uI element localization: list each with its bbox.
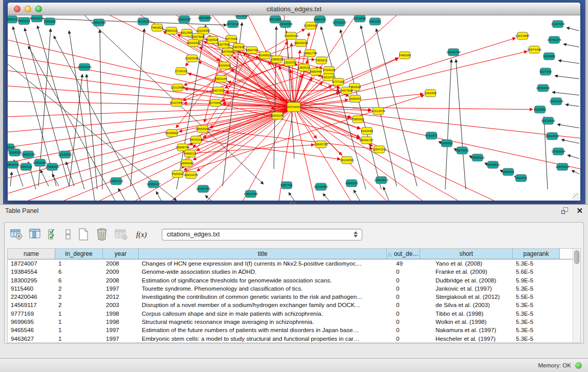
graph-node[interactable]: 17580925 [45, 163, 59, 170]
graph-node[interactable]: 6466160 [314, 16, 326, 23]
cell-pagerank[interactable]: 5.3E-5 [513, 301, 560, 309]
cell-in_degree[interactable]: 2 [55, 301, 103, 309]
graph-node[interactable]: 5505154 [20, 163, 33, 170]
cell-in_degree[interactable]: 1 [55, 335, 103, 342]
graph-node[interactable]: 7691970 [515, 174, 528, 182]
cell-year[interactable]: 2003 [103, 301, 139, 309]
graph-node[interactable]: 16107554 [169, 99, 184, 106]
graph-node[interactable]: 12044521 [486, 161, 500, 168]
cell-pagerank[interactable]: 5.3E-5 [513, 310, 560, 318]
graph-node[interactable]: 11167534 [551, 20, 565, 28]
graph-node[interactable]: 10974343 [527, 46, 541, 53]
graph-node[interactable]: 9327568 [217, 41, 230, 48]
graph-node[interactable]: 8463251 [369, 18, 382, 25]
cell-short[interactable]: Tibbo et al. (1998) [420, 310, 513, 318]
graph-node[interactable]: 12414812 [374, 177, 388, 184]
table-row[interactable]: 911546021997Tourette syndrome. Phenomeno… [8, 285, 573, 293]
graph-node[interactable]: 8427552 [212, 87, 225, 94]
column-header-in_degree[interactable]: in_degree [55, 249, 103, 259]
table-row[interactable]: 969969511998Structural magnetic resonanc… [8, 318, 573, 326]
graph-node[interactable]: 22420046 [185, 55, 199, 62]
graph-node[interactable]: 8912955 [181, 29, 193, 36]
graph-node[interactable]: 8572214 [227, 20, 239, 28]
graph-node[interactable]: 9498212 [184, 150, 197, 157]
graph-node[interactable]: 10547372 [372, 146, 386, 153]
graph-node[interactable]: 8454749 [246, 47, 258, 54]
graph-node[interactable]: 7485083 [399, 52, 411, 59]
cell-name[interactable]: 19384554 [8, 268, 55, 276]
cell-in_degree[interactable]: 1 [55, 259, 103, 268]
cell-short[interactable]: Yano et al. (2008) [420, 259, 513, 268]
graph-node[interactable]: 17957223 [109, 178, 123, 185]
graph-node[interactable]: 9242848 [219, 62, 231, 69]
cell-year[interactable]: 2009 [103, 268, 139, 276]
table-vertical-scrollbar[interactable] [573, 249, 580, 342]
graph-node[interactable]: 16961758 [303, 50, 317, 57]
graph-node[interactable]: 17016504 [551, 148, 565, 155]
cell-in_degree[interactable]: 1 [55, 326, 103, 334]
cell-name[interactable]: 9465546 [8, 326, 55, 334]
cell-pagerank[interactable]: 5.3E-5 [513, 326, 560, 334]
cell-short[interactable]: Dudbridge et al. (2008) [420, 276, 513, 285]
graph-node[interactable]: 9457791 [280, 182, 293, 189]
network-view-window[interactable]: citations_edges.txt 10555721899525220890… [7, 2, 581, 201]
hub-node[interactable]: 18724007 [287, 102, 301, 112]
cell-out_de[interactable]: 0 [387, 318, 420, 326]
graph-node[interactable]: 2803144 [215, 75, 228, 82]
cell-name[interactable]: 14569117 [8, 301, 55, 309]
graph-node[interactable]: 7585083 [352, 116, 364, 123]
graph-node[interactable]: 13845763 [314, 141, 328, 148]
table-row[interactable]: 2242004622012Investigating the contribut… [8, 293, 573, 301]
graph-node[interactable]: 15276022 [234, 15, 249, 19]
network-canvas[interactable]: 1055572189952522089021475609052089140676… [8, 15, 580, 201]
graph-node[interactable]: 15716485 [314, 183, 328, 190]
cell-year[interactable]: 2012 [103, 293, 139, 301]
column-header-out_de[interactable]: △out_de… [387, 249, 420, 259]
cell-out_de[interactable]: 0 [387, 285, 420, 293]
table-row[interactable]: 1872400712008Changes of HCN gene express… [8, 259, 573, 268]
cell-short[interactable]: de Silva et al. (2003) [420, 301, 513, 309]
cell-out_de[interactable]: 0 [387, 276, 420, 285]
graph-node[interactable]: 16046767 [359, 137, 374, 144]
graph-node[interactable]: 16543362 [186, 39, 201, 47]
column-header-year[interactable]: year [103, 249, 139, 259]
graph-node[interactable]: 10965632 [470, 154, 485, 161]
cell-out_de[interactable]: 0 [387, 301, 420, 309]
cell-year[interactable]: 1997 [103, 335, 139, 342]
table-row[interactable]: 1830029562008Estimation of significance … [8, 276, 573, 285]
graph-node[interactable]: 1588520 [271, 56, 284, 63]
graph-node[interactable]: 19166827 [165, 129, 179, 137]
cell-title[interactable]: Embryonic stem cells: a model to study s… [139, 335, 387, 342]
graph-node[interactable]: 15950159 [21, 151, 35, 158]
graph-node[interactable]: 15692951 [545, 133, 559, 140]
citation-network-graph[interactable]: 1055572189952522089021475609052089140676… [8, 15, 580, 201]
graph-node[interactable]: 6794028 [323, 67, 336, 74]
cell-out_de[interactable]: 0 [387, 268, 420, 276]
scrollbar-thumb[interactable] [574, 250, 579, 264]
cell-in_degree[interactable]: 2 [55, 285, 103, 293]
graph-node[interactable]: 20891406 [92, 19, 106, 26]
cell-name[interactable]: 9699695 [8, 318, 55, 326]
cell-in_degree[interactable]: 6 [55, 276, 103, 285]
column-header-short[interactable]: short [420, 249, 513, 259]
graph-node[interactable]: 9227343 [539, 68, 552, 75]
table-selector-combobox[interactable]: citations_edges.txt [162, 229, 362, 240]
graph-node[interactable]: 16782759 [196, 185, 210, 192]
graph-node[interactable]: 15142921 [58, 151, 72, 158]
graph-node[interactable]: 12213984 [170, 84, 185, 91]
minimize-window-icon[interactable] [25, 6, 31, 12]
cell-year[interactable]: 1997 [103, 326, 139, 334]
cell-in_degree[interactable]: 1 [55, 318, 103, 326]
select-all-icon[interactable] [48, 228, 59, 240]
graph-node[interactable]: 6497568 [340, 87, 353, 94]
cell-title[interactable]: Changes of HCN gene expression and I(f) … [139, 259, 387, 268]
cell-title[interactable]: Corpus callosum shape and size in male p… [139, 310, 387, 318]
graph-node[interactable]: 12213987 [515, 32, 530, 39]
cell-short[interactable]: Nakamura et al. (1997) [420, 326, 513, 334]
cell-title[interactable]: Tourette syndrome. Phenomenology and cla… [139, 285, 387, 293]
cell-name[interactable]: 9777169 [8, 310, 55, 318]
graph-node[interactable]: 13325419 [284, 32, 298, 39]
window-titlebar[interactable]: citations_edges.txt [8, 3, 580, 15]
graph-node[interactable]: 16875421 [455, 147, 469, 154]
graph-node[interactable]: 8186528 [206, 36, 219, 43]
